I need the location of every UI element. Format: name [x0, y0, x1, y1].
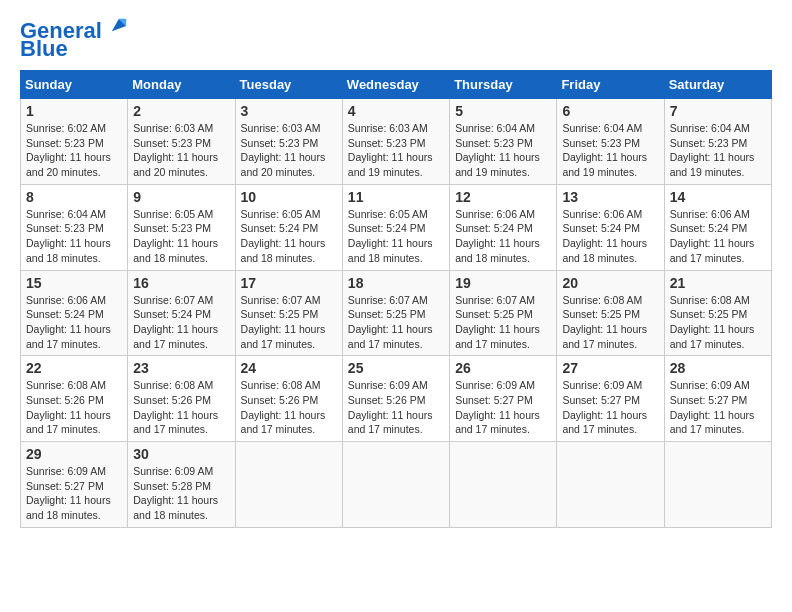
day-info: Sunrise: 6:04 AMSunset: 5:23 PMDaylight:… [455, 121, 551, 180]
day-number: 17 [241, 275, 337, 291]
day-info: Sunrise: 6:06 AMSunset: 5:24 PMDaylight:… [670, 207, 766, 266]
day-number: 12 [455, 189, 551, 205]
calendar-day-28: 28Sunrise: 6:09 AMSunset: 5:27 PMDayligh… [664, 356, 771, 442]
day-info: Sunrise: 6:07 AMSunset: 5:25 PMDaylight:… [241, 293, 337, 352]
calendar-day-empty [450, 442, 557, 528]
calendar-week-2: 8Sunrise: 6:04 AMSunset: 5:23 PMDaylight… [21, 184, 772, 270]
day-info: Sunrise: 6:05 AMSunset: 5:23 PMDaylight:… [133, 207, 229, 266]
calendar-day-26: 26Sunrise: 6:09 AMSunset: 5:27 PMDayligh… [450, 356, 557, 442]
day-number: 4 [348, 103, 444, 119]
calendar-day-27: 27Sunrise: 6:09 AMSunset: 5:27 PMDayligh… [557, 356, 664, 442]
day-number: 13 [562, 189, 658, 205]
calendar-day-2: 2Sunrise: 6:03 AMSunset: 5:23 PMDaylight… [128, 99, 235, 185]
day-info: Sunrise: 6:04 AMSunset: 5:23 PMDaylight:… [562, 121, 658, 180]
day-info: Sunrise: 6:04 AMSunset: 5:23 PMDaylight:… [26, 207, 122, 266]
calendar-day-3: 3Sunrise: 6:03 AMSunset: 5:23 PMDaylight… [235, 99, 342, 185]
calendar-day-30: 30Sunrise: 6:09 AMSunset: 5:28 PMDayligh… [128, 442, 235, 528]
calendar-day-15: 15Sunrise: 6:06 AMSunset: 5:24 PMDayligh… [21, 270, 128, 356]
calendar-day-empty [342, 442, 449, 528]
day-number: 1 [26, 103, 122, 119]
calendar-week-5: 29Sunrise: 6:09 AMSunset: 5:27 PMDayligh… [21, 442, 772, 528]
day-info: Sunrise: 6:09 AMSunset: 5:27 PMDaylight:… [562, 378, 658, 437]
calendar-day-24: 24Sunrise: 6:08 AMSunset: 5:26 PMDayligh… [235, 356, 342, 442]
day-info: Sunrise: 6:03 AMSunset: 5:23 PMDaylight:… [241, 121, 337, 180]
calendar-day-12: 12Sunrise: 6:06 AMSunset: 5:24 PMDayligh… [450, 184, 557, 270]
calendar-day-17: 17Sunrise: 6:07 AMSunset: 5:25 PMDayligh… [235, 270, 342, 356]
calendar-day-29: 29Sunrise: 6:09 AMSunset: 5:27 PMDayligh… [21, 442, 128, 528]
day-number: 21 [670, 275, 766, 291]
day-number: 9 [133, 189, 229, 205]
day-number: 5 [455, 103, 551, 119]
day-info: Sunrise: 6:04 AMSunset: 5:23 PMDaylight:… [670, 121, 766, 180]
calendar-day-10: 10Sunrise: 6:05 AMSunset: 5:24 PMDayligh… [235, 184, 342, 270]
day-number: 16 [133, 275, 229, 291]
calendar-day-14: 14Sunrise: 6:06 AMSunset: 5:24 PMDayligh… [664, 184, 771, 270]
day-number: 18 [348, 275, 444, 291]
day-info: Sunrise: 6:08 AMSunset: 5:26 PMDaylight:… [241, 378, 337, 437]
day-info: Sunrise: 6:02 AMSunset: 5:23 PMDaylight:… [26, 121, 122, 180]
header-day-wednesday: Wednesday [342, 71, 449, 99]
header-day-tuesday: Tuesday [235, 71, 342, 99]
calendar-day-23: 23Sunrise: 6:08 AMSunset: 5:26 PMDayligh… [128, 356, 235, 442]
header-day-saturday: Saturday [664, 71, 771, 99]
day-info: Sunrise: 6:03 AMSunset: 5:23 PMDaylight:… [133, 121, 229, 180]
logo: General Blue [20, 20, 128, 62]
day-number: 27 [562, 360, 658, 376]
day-info: Sunrise: 6:09 AMSunset: 5:27 PMDaylight:… [455, 378, 551, 437]
day-number: 20 [562, 275, 658, 291]
day-number: 19 [455, 275, 551, 291]
day-info: Sunrise: 6:08 AMSunset: 5:25 PMDaylight:… [670, 293, 766, 352]
day-info: Sunrise: 6:08 AMSunset: 5:26 PMDaylight:… [26, 378, 122, 437]
calendar-day-4: 4Sunrise: 6:03 AMSunset: 5:23 PMDaylight… [342, 99, 449, 185]
page-header: General Blue [20, 20, 772, 62]
calendar-day-5: 5Sunrise: 6:04 AMSunset: 5:23 PMDaylight… [450, 99, 557, 185]
day-number: 28 [670, 360, 766, 376]
day-info: Sunrise: 6:07 AMSunset: 5:25 PMDaylight:… [455, 293, 551, 352]
calendar-day-8: 8Sunrise: 6:04 AMSunset: 5:23 PMDaylight… [21, 184, 128, 270]
calendar-day-7: 7Sunrise: 6:04 AMSunset: 5:23 PMDaylight… [664, 99, 771, 185]
day-info: Sunrise: 6:06 AMSunset: 5:24 PMDaylight:… [562, 207, 658, 266]
day-number: 30 [133, 446, 229, 462]
calendar-day-18: 18Sunrise: 6:07 AMSunset: 5:25 PMDayligh… [342, 270, 449, 356]
day-number: 25 [348, 360, 444, 376]
calendar-day-19: 19Sunrise: 6:07 AMSunset: 5:25 PMDayligh… [450, 270, 557, 356]
day-info: Sunrise: 6:08 AMSunset: 5:25 PMDaylight:… [562, 293, 658, 352]
calendar-table: SundayMondayTuesdayWednesdayThursdayFrid… [20, 70, 772, 528]
calendar-day-20: 20Sunrise: 6:08 AMSunset: 5:25 PMDayligh… [557, 270, 664, 356]
day-number: 2 [133, 103, 229, 119]
day-info: Sunrise: 6:06 AMSunset: 5:24 PMDaylight:… [26, 293, 122, 352]
day-info: Sunrise: 6:09 AMSunset: 5:26 PMDaylight:… [348, 378, 444, 437]
day-number: 6 [562, 103, 658, 119]
calendar-day-21: 21Sunrise: 6:08 AMSunset: 5:25 PMDayligh… [664, 270, 771, 356]
day-number: 10 [241, 189, 337, 205]
day-number: 11 [348, 189, 444, 205]
day-number: 15 [26, 275, 122, 291]
day-info: Sunrise: 6:03 AMSunset: 5:23 PMDaylight:… [348, 121, 444, 180]
day-number: 29 [26, 446, 122, 462]
day-info: Sunrise: 6:09 AMSunset: 5:28 PMDaylight:… [133, 464, 229, 523]
day-number: 24 [241, 360, 337, 376]
calendar-day-9: 9Sunrise: 6:05 AMSunset: 5:23 PMDaylight… [128, 184, 235, 270]
day-number: 22 [26, 360, 122, 376]
header-day-friday: Friday [557, 71, 664, 99]
day-number: 23 [133, 360, 229, 376]
calendar-week-3: 15Sunrise: 6:06 AMSunset: 5:24 PMDayligh… [21, 270, 772, 356]
calendar-day-empty [557, 442, 664, 528]
calendar-day-25: 25Sunrise: 6:09 AMSunset: 5:26 PMDayligh… [342, 356, 449, 442]
logo-icon [110, 16, 128, 34]
calendar-day-1: 1Sunrise: 6:02 AMSunset: 5:23 PMDaylight… [21, 99, 128, 185]
header-day-monday: Monday [128, 71, 235, 99]
calendar-day-22: 22Sunrise: 6:08 AMSunset: 5:26 PMDayligh… [21, 356, 128, 442]
day-info: Sunrise: 6:05 AMSunset: 5:24 PMDaylight:… [348, 207, 444, 266]
day-info: Sunrise: 6:07 AMSunset: 5:25 PMDaylight:… [348, 293, 444, 352]
calendar-day-6: 6Sunrise: 6:04 AMSunset: 5:23 PMDaylight… [557, 99, 664, 185]
day-number: 26 [455, 360, 551, 376]
calendar-week-4: 22Sunrise: 6:08 AMSunset: 5:26 PMDayligh… [21, 356, 772, 442]
day-number: 14 [670, 189, 766, 205]
day-info: Sunrise: 6:09 AMSunset: 5:27 PMDaylight:… [670, 378, 766, 437]
day-number: 8 [26, 189, 122, 205]
day-info: Sunrise: 6:07 AMSunset: 5:24 PMDaylight:… [133, 293, 229, 352]
day-info: Sunrise: 6:05 AMSunset: 5:24 PMDaylight:… [241, 207, 337, 266]
day-info: Sunrise: 6:06 AMSunset: 5:24 PMDaylight:… [455, 207, 551, 266]
day-number: 7 [670, 103, 766, 119]
